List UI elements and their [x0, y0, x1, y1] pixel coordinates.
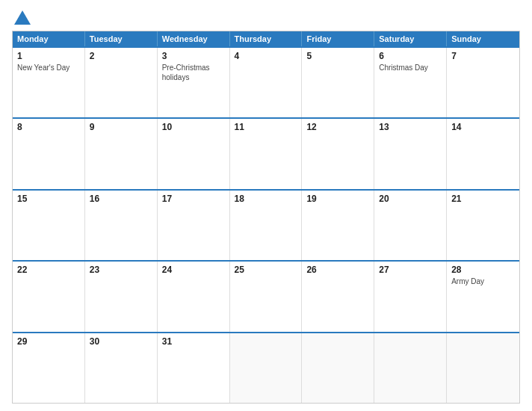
day-number: 2	[90, 51, 152, 61]
day-number: 25	[235, 265, 297, 275]
cal-cell: 26	[302, 262, 374, 331]
day-number: 7	[451, 51, 515, 61]
week-row-2: 891011121314	[13, 117, 519, 188]
day-number: 1	[17, 51, 80, 61]
day-number: 23	[90, 265, 152, 275]
cal-cell: 24	[158, 262, 230, 331]
day-number: 6	[379, 51, 442, 61]
cal-cell: 29	[13, 333, 85, 403]
cal-cell: 22	[13, 262, 85, 331]
cal-cell: 30	[85, 333, 158, 403]
day-number: 27	[379, 265, 442, 275]
day-number: 30	[90, 336, 152, 347]
day-number: 15	[17, 194, 80, 204]
day-number: 28	[451, 265, 515, 275]
week-row-3: 15161718192021	[13, 189, 519, 260]
week-row-5: 293031	[13, 332, 519, 403]
cal-cell: 1New Year's Day	[13, 48, 85, 117]
cal-cell: 11	[230, 119, 303, 188]
cal-cell: 5	[302, 48, 374, 117]
cal-cell: 7	[447, 48, 519, 117]
day-number: 12	[306, 122, 369, 132]
day-header-monday: Monday	[13, 31, 85, 46]
day-number: 20	[379, 194, 442, 204]
cal-cell: 31	[158, 333, 230, 403]
cal-cell: 17	[158, 191, 230, 260]
day-number: 19	[306, 194, 369, 204]
cal-cell: 2	[85, 48, 158, 117]
cal-cell: 8	[13, 119, 85, 188]
cal-cell: 14	[447, 119, 519, 188]
day-number: 8	[17, 122, 80, 132]
holiday-label: Christmas Day	[379, 64, 428, 72]
cal-cell: 23	[85, 262, 158, 331]
day-header-tuesday: Tuesday	[85, 31, 158, 46]
day-number: 24	[162, 265, 225, 275]
cal-cell: 18	[230, 191, 303, 260]
cal-cell: 25	[230, 262, 303, 331]
day-number: 17	[162, 194, 225, 204]
holiday-label: New Year's Day	[17, 64, 69, 72]
day-number: 22	[17, 265, 80, 275]
logo	[12, 9, 31, 25]
page-header	[12, 9, 520, 25]
cal-cell: 19	[302, 191, 374, 260]
day-number: 29	[17, 336, 80, 347]
logo-triangle-icon	[14, 10, 31, 25]
holiday-label: Army Day	[451, 277, 484, 285]
day-header-saturday: Saturday	[374, 31, 447, 46]
cal-cell: 28Army Day	[447, 262, 519, 331]
cal-cell: 6Christmas Day	[374, 48, 447, 117]
cal-cell	[374, 333, 447, 403]
cal-cell: 9	[85, 119, 158, 188]
day-header-thursday: Thursday	[230, 31, 303, 46]
day-number: 21	[451, 194, 515, 204]
calendar-header: MondayTuesdayWednesdayThursdayFridaySatu…	[13, 31, 519, 46]
day-number: 4	[235, 51, 297, 61]
cal-cell: 13	[374, 119, 447, 188]
day-number: 16	[90, 194, 152, 204]
day-number: 14	[451, 122, 515, 132]
cal-cell: 27	[374, 262, 447, 331]
calendar-body: 1New Year's Day23Pre-Christmas holidays4…	[13, 46, 519, 403]
day-number: 13	[379, 122, 442, 132]
cal-cell: 10	[158, 119, 230, 188]
cal-cell: 15	[13, 191, 85, 260]
day-number: 26	[306, 265, 369, 275]
day-number: 5	[306, 51, 369, 61]
day-header-friday: Friday	[302, 31, 374, 46]
day-number: 9	[90, 122, 152, 132]
day-header-wednesday: Wednesday	[158, 31, 230, 46]
week-row-4: 22232425262728Army Day	[13, 260, 519, 331]
holiday-label: Pre-Christmas holidays	[162, 64, 210, 81]
cal-cell	[447, 333, 519, 403]
week-row-1: 1New Year's Day23Pre-Christmas holidays4…	[13, 46, 519, 117]
cal-cell: 21	[447, 191, 519, 260]
cal-cell	[302, 333, 374, 403]
calendar-page: MondayTuesdayWednesdayThursdayFridaySatu…	[0, 0, 532, 411]
cal-cell: 20	[374, 191, 447, 260]
cal-cell: 4	[230, 48, 303, 117]
day-header-sunday: Sunday	[447, 31, 519, 46]
day-number: 10	[162, 122, 225, 132]
day-number: 18	[235, 194, 297, 204]
calendar: MondayTuesdayWednesdayThursdayFridaySatu…	[12, 31, 520, 404]
day-number: 31	[162, 336, 225, 347]
cal-cell: 3Pre-Christmas holidays	[158, 48, 230, 117]
cal-cell: 16	[85, 191, 158, 260]
day-number: 11	[235, 122, 297, 132]
cal-cell: 12	[302, 119, 374, 188]
cal-cell	[230, 333, 303, 403]
day-number: 3	[162, 51, 225, 61]
